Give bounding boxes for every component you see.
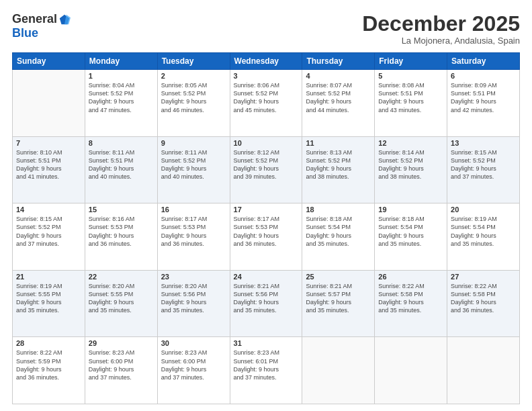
calendar-day-cell: 8Sunrise: 8:11 AM Sunset: 5:51 PM Daylig…: [85, 136, 157, 203]
calendar-day-cell: 26Sunrise: 8:22 AM Sunset: 5:58 PM Dayli…: [375, 270, 447, 337]
calendar-day-cell: 30Sunrise: 8:23 AM Sunset: 6:00 PM Dayli…: [157, 337, 230, 404]
day-info: Sunrise: 8:15 AM Sunset: 5:52 PM Dayligh…: [16, 215, 81, 248]
calendar-header-wednesday: Wednesday: [230, 53, 302, 70]
day-number: 4: [306, 72, 371, 80]
day-number: 24: [234, 273, 299, 281]
calendar-week-row: 14Sunrise: 8:15 AM Sunset: 5:52 PM Dayli…: [13, 203, 520, 271]
day-number: 15: [89, 205, 154, 214]
calendar-day-cell: [447, 337, 520, 404]
day-info: Sunrise: 8:23 AM Sunset: 6:00 PM Dayligh…: [161, 349, 226, 381]
day-info: Sunrise: 8:23 AM Sunset: 6:00 PM Dayligh…: [89, 349, 154, 381]
day-info: Sunrise: 8:15 AM Sunset: 5:52 PM Dayligh…: [451, 148, 516, 181]
day-info: Sunrise: 8:19 AM Sunset: 5:55 PM Dayligh…: [16, 282, 81, 315]
day-info: Sunrise: 8:11 AM Sunset: 5:51 PM Dayligh…: [89, 148, 154, 181]
day-number: 27: [451, 273, 516, 281]
day-number: 28: [16, 339, 81, 347]
day-info: Sunrise: 8:23 AM Sunset: 6:01 PM Dayligh…: [234, 349, 299, 381]
day-info: Sunrise: 8:13 AM Sunset: 5:52 PM Dayligh…: [306, 148, 371, 181]
day-info: Sunrise: 8:07 AM Sunset: 5:52 PM Dayligh…: [306, 81, 371, 114]
calendar-day-cell: 7Sunrise: 8:10 AM Sunset: 5:51 PM Daylig…: [13, 136, 85, 203]
calendar-week-row: 1Sunrise: 8:04 AM Sunset: 5:52 PM Daylig…: [13, 70, 520, 137]
calendar-day-cell: 17Sunrise: 8:17 AM Sunset: 5:53 PM Dayli…: [230, 203, 302, 271]
calendar-day-cell: 23Sunrise: 8:20 AM Sunset: 5:56 PM Dayli…: [157, 270, 230, 337]
day-number: 7: [16, 139, 81, 147]
day-number: 21: [16, 273, 81, 281]
day-number: 22: [89, 273, 154, 281]
day-number: 18: [306, 205, 371, 214]
calendar-week-row: 21Sunrise: 8:19 AM Sunset: 5:55 PM Dayli…: [13, 270, 520, 337]
calendar-week-row: 7Sunrise: 8:10 AM Sunset: 5:51 PM Daylig…: [13, 136, 520, 203]
day-number: 1: [89, 72, 154, 80]
logo-general-text: General: [12, 12, 57, 26]
day-info: Sunrise: 8:08 AM Sunset: 5:51 PM Dayligh…: [378, 81, 443, 114]
header: General Blue December 2025 La Mojonera, …: [12, 12, 520, 46]
day-number: 26: [378, 273, 443, 281]
calendar-day-cell: 16Sunrise: 8:17 AM Sunset: 5:53 PM Dayli…: [157, 203, 230, 271]
day-info: Sunrise: 8:18 AM Sunset: 5:54 PM Dayligh…: [306, 215, 371, 248]
calendar-day-cell: [302, 337, 375, 404]
day-number: 30: [161, 339, 226, 347]
calendar-day-cell: 20Sunrise: 8:19 AM Sunset: 5:54 PM Dayli…: [447, 203, 520, 271]
calendar-day-cell: [13, 70, 85, 137]
day-info: Sunrise: 8:22 AM Sunset: 5:58 PM Dayligh…: [378, 282, 443, 315]
calendar-day-cell: 13Sunrise: 8:15 AM Sunset: 5:52 PM Dayli…: [447, 136, 520, 203]
calendar-header-thursday: Thursday: [302, 53, 375, 70]
day-number: 16: [161, 205, 226, 214]
calendar-header-monday: Monday: [85, 53, 157, 70]
day-number: 6: [451, 72, 516, 80]
calendar-day-cell: 19Sunrise: 8:18 AM Sunset: 5:54 PM Dayli…: [375, 203, 447, 271]
day-info: Sunrise: 8:17 AM Sunset: 5:53 PM Dayligh…: [161, 215, 226, 248]
calendar-day-cell: 4Sunrise: 8:07 AM Sunset: 5:52 PM Daylig…: [302, 70, 375, 137]
day-info: Sunrise: 8:11 AM Sunset: 5:52 PM Dayligh…: [161, 148, 226, 181]
day-number: 19: [378, 205, 443, 214]
calendar-day-cell: 24Sunrise: 8:21 AM Sunset: 5:56 PM Dayli…: [230, 270, 302, 337]
month-title: December 2025: [362, 12, 520, 36]
day-number: 3: [234, 72, 299, 80]
calendar-day-cell: 31Sunrise: 8:23 AM Sunset: 6:01 PM Dayli…: [230, 337, 302, 404]
calendar-day-cell: 18Sunrise: 8:18 AM Sunset: 5:54 PM Dayli…: [302, 203, 375, 271]
day-number: 10: [234, 139, 299, 147]
day-info: Sunrise: 8:06 AM Sunset: 5:52 PM Dayligh…: [234, 81, 299, 114]
calendar-header-friday: Friday: [375, 53, 447, 70]
day-info: Sunrise: 8:10 AM Sunset: 5:51 PM Dayligh…: [16, 148, 81, 181]
day-info: Sunrise: 8:05 AM Sunset: 5:52 PM Dayligh…: [161, 81, 226, 114]
calendar-header-sunday: Sunday: [13, 53, 85, 70]
day-number: 12: [378, 139, 443, 147]
day-number: 20: [451, 205, 516, 214]
day-info: Sunrise: 8:19 AM Sunset: 5:54 PM Dayligh…: [451, 215, 516, 248]
day-info: Sunrise: 8:14 AM Sunset: 5:52 PM Dayligh…: [378, 148, 443, 181]
calendar-day-cell: 21Sunrise: 8:19 AM Sunset: 5:55 PM Dayli…: [13, 270, 85, 337]
day-info: Sunrise: 8:18 AM Sunset: 5:54 PM Dayligh…: [378, 215, 443, 248]
day-info: Sunrise: 8:04 AM Sunset: 5:52 PM Dayligh…: [89, 81, 154, 114]
day-info: Sunrise: 8:20 AM Sunset: 5:56 PM Dayligh…: [161, 282, 226, 315]
calendar-day-cell: 9Sunrise: 8:11 AM Sunset: 5:52 PM Daylig…: [157, 136, 230, 203]
day-number: 31: [234, 339, 299, 347]
calendar-day-cell: 22Sunrise: 8:20 AM Sunset: 5:55 PM Dayli…: [85, 270, 157, 337]
calendar-day-cell: 15Sunrise: 8:16 AM Sunset: 5:53 PM Dayli…: [85, 203, 157, 271]
day-info: Sunrise: 8:20 AM Sunset: 5:55 PM Dayligh…: [89, 282, 154, 315]
calendar-header-saturday: Saturday: [447, 53, 520, 70]
page: General Blue December 2025 La Mojonera, …: [0, 0, 532, 411]
calendar-day-cell: 2Sunrise: 8:05 AM Sunset: 5:52 PM Daylig…: [157, 70, 230, 137]
header-right: December 2025 La Mojonera, Andalusia, Sp…: [362, 12, 520, 46]
calendar-day-cell: 28Sunrise: 8:22 AM Sunset: 5:59 PM Dayli…: [13, 337, 85, 404]
calendar-day-cell: 12Sunrise: 8:14 AM Sunset: 5:52 PM Dayli…: [375, 136, 447, 203]
logo-icon: [58, 13, 71, 26]
day-number: 25: [306, 273, 371, 281]
day-number: 2: [161, 72, 226, 80]
calendar-header-row: SundayMondayTuesdayWednesdayThursdayFrid…: [13, 53, 520, 70]
calendar-day-cell: 6Sunrise: 8:09 AM Sunset: 5:51 PM Daylig…: [447, 70, 520, 137]
calendar-day-cell: 14Sunrise: 8:15 AM Sunset: 5:52 PM Dayli…: [13, 203, 85, 271]
calendar-day-cell: 25Sunrise: 8:21 AM Sunset: 5:57 PM Dayli…: [302, 270, 375, 337]
calendar-day-cell: 1Sunrise: 8:04 AM Sunset: 5:52 PM Daylig…: [85, 70, 157, 137]
day-number: 8: [89, 139, 154, 147]
calendar-week-row: 28Sunrise: 8:22 AM Sunset: 5:59 PM Dayli…: [13, 337, 520, 404]
day-info: Sunrise: 8:09 AM Sunset: 5:51 PM Dayligh…: [451, 81, 516, 114]
day-number: 13: [451, 139, 516, 147]
calendar-day-cell: 5Sunrise: 8:08 AM Sunset: 5:51 PM Daylig…: [375, 70, 447, 137]
day-info: Sunrise: 8:17 AM Sunset: 5:53 PM Dayligh…: [234, 215, 299, 248]
day-info: Sunrise: 8:12 AM Sunset: 5:52 PM Dayligh…: [234, 148, 299, 181]
calendar: SundayMondayTuesdayWednesdayThursdayFrid…: [12, 52, 520, 404]
location: La Mojonera, Andalusia, Spain: [362, 36, 520, 46]
day-info: Sunrise: 8:22 AM Sunset: 5:59 PM Dayligh…: [16, 349, 81, 381]
